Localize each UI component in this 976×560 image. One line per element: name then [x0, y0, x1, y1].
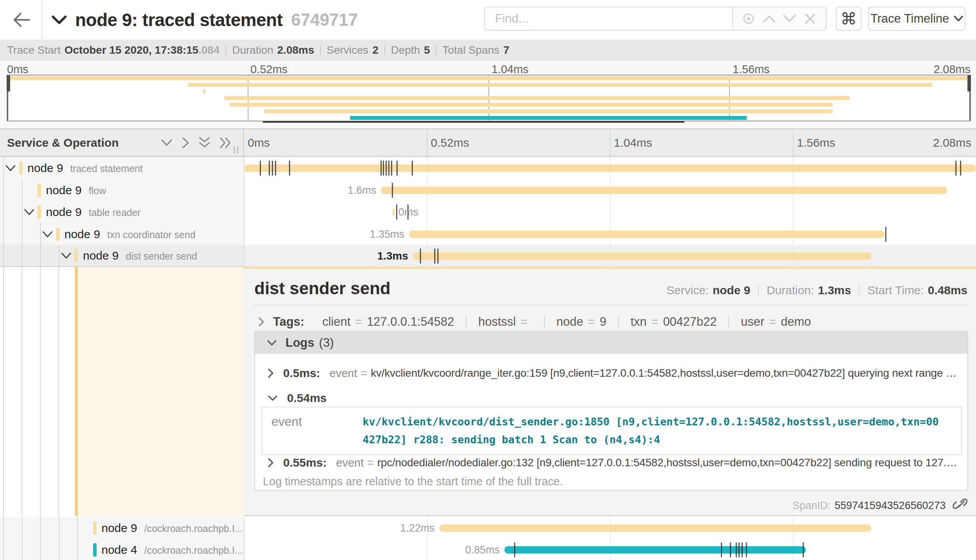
span-name-cell[interactable]: node 9dist sender send	[0, 245, 244, 267]
span-log-tick	[289, 161, 290, 176]
minimap-canvas[interactable]	[7, 75, 971, 121]
span-duration-bar[interactable]	[413, 252, 871, 260]
divider	[384, 45, 385, 56]
divider	[544, 316, 545, 328]
span-timeline-cell[interactable]: 0.85ms	[244, 539, 976, 560]
span-duration-bar[interactable]	[409, 230, 884, 238]
minimap-span-bar	[230, 103, 833, 107]
span-duration-bar[interactable]	[393, 208, 395, 216]
clear-find-icon[interactable]	[802, 10, 819, 27]
span-duration-label: 0.85ms	[465, 544, 500, 556]
span-name: node 9table reader	[46, 205, 141, 219]
span-collapse-chevron-icon[interactable]	[24, 209, 35, 216]
tags-row[interactable]: Tags: client=127.0.0.1:54582hostssl=node…	[254, 311, 967, 332]
span-timeline-cell[interactable]: 1.22ms	[244, 517, 976, 539]
collapse-trace-chevron-icon[interactable]	[52, 15, 67, 25]
span-collapse-chevron-icon[interactable]	[42, 231, 53, 238]
span-operation-name: /cockroach.roachpb.I...	[144, 523, 243, 534]
tag-value: 9	[600, 315, 606, 329]
span-row-flow[interactable]: node 9flow1.6ms	[0, 179, 976, 201]
focus-match-icon[interactable]	[740, 10, 757, 27]
span-detail-left-fill	[78, 267, 244, 516]
keyboard-shortcuts-button[interactable]: ⌘	[836, 7, 861, 31]
viewport-right-scrubber[interactable]	[967, 75, 971, 91]
span-name: node 4/cockroach.roachpb.I...	[102, 543, 243, 556]
timeline-header: Service & Operation 0ms 0.52ms	[0, 128, 976, 157]
span-log-tick	[514, 542, 515, 557]
span-duration-bar[interactable]	[439, 524, 871, 532]
span-row-table-reader[interactable]: node 9table reader0ms	[0, 201, 976, 223]
timeline-gridline	[427, 539, 428, 560]
view-options-button[interactable]: Trace Timeline	[868, 7, 965, 31]
log-kv-table: event kv/kvclient/kvcoord/dist_sender.go…	[261, 407, 962, 455]
span-name-cell[interactable]: node 4/cockroach.roachpb.I...	[0, 539, 244, 560]
span-log-tick	[396, 205, 397, 219]
expand-one-icon[interactable]	[182, 137, 189, 149]
span-name-cell[interactable]: node 9table reader	[0, 201, 244, 223]
duration-label: Duration:	[766, 284, 814, 297]
viewport-left-scrubber[interactable]	[7, 75, 10, 91]
span-row-txn-coordinator-send[interactable]: node 9txn coordinator send1.35ms	[0, 223, 976, 245]
chevron-down-icon	[954, 16, 963, 22]
collapse-all-icon[interactable]	[199, 137, 210, 149]
span-name: node 9flow	[46, 184, 106, 197]
log-field-key: event	[329, 367, 357, 380]
divider	[618, 316, 619, 328]
span-name-cell[interactable]: node 9/cockroach.roachpb.I...	[0, 517, 244, 539]
timeline-tick-label: 0ms	[248, 136, 270, 149]
span-name-cell[interactable]: node 9txn coordinator send	[0, 223, 244, 245]
find-input[interactable]	[484, 7, 732, 31]
link-icon[interactable]	[953, 498, 967, 513]
span-detail-accent[interactable]	[75, 267, 78, 516]
span-detail-indent	[0, 267, 244, 516]
span-collapse-chevron-icon[interactable]	[5, 165, 16, 172]
logs-header[interactable]: Logs (3)	[255, 332, 967, 354]
span-name-cell[interactable]: node 9traced statement	[0, 157, 244, 179]
span-timeline-cell[interactable]: 0ms	[244, 201, 976, 223]
depth-label: Depth	[391, 44, 420, 56]
span-duration-label: 1.22ms	[400, 522, 435, 534]
prev-match-icon[interactable]	[761, 10, 778, 27]
tag-value: demo	[781, 315, 811, 329]
span-service-name: node 9	[28, 162, 63, 175]
column-resize-grip[interactable]	[234, 146, 238, 154]
span-timeline-cell[interactable]: 1.3ms	[244, 245, 976, 267]
log-field-value: rpc/nodedialer/nodedialer.go:132 [n9,cli…	[377, 456, 957, 469]
span-row-traced-statement[interactable]: node 9traced statement	[0, 157, 976, 179]
logs-section: Logs (3) 0.5ms: event = kv/kvclient/kvco…	[254, 331, 968, 491]
log-row-1[interactable]: 0.5ms: event = kv/kvclient/kvcoord/range…	[255, 362, 967, 384]
span-operation-name: /cockroach.roachpb.I...	[144, 545, 243, 556]
back-button[interactable]	[0, 0, 42, 40]
span-row-node9-rpc[interactable]: node 9/cockroach.roachpb.I...1.22ms	[0, 517, 976, 539]
span-name-cell[interactable]: node 9flow	[0, 179, 244, 201]
span-rows: node 9traced statement node 9flow1.6ms n…	[0, 157, 976, 560]
log-row-3[interactable]: 0.55ms: event = rpc/nodedialer/nodediale…	[255, 452, 967, 474]
span-collapse-chevron-icon[interactable]	[61, 252, 72, 259]
span-name: node 9/cockroach.roachpb.I...	[102, 521, 243, 535]
span-duration-bar[interactable]	[244, 164, 976, 172]
span-timeline-cell[interactable]	[244, 157, 976, 179]
log-row-2[interactable]: 0.54ms	[255, 387, 967, 409]
expand-all-icon[interactable]	[220, 137, 232, 149]
span-row-node4-rpc[interactable]: node 4/cockroach.roachpb.I...0.85ms	[0, 539, 976, 560]
span-log-tick	[260, 161, 261, 176]
span-duration-bar[interactable]	[504, 546, 806, 553]
chevron-down-icon	[268, 395, 278, 401]
tags-label: Tags:	[273, 315, 304, 329]
span-log-tick	[275, 161, 276, 176]
indent-guide	[40, 245, 41, 266]
span-duration-bar[interactable]	[381, 186, 947, 194]
next-match-icon[interactable]	[781, 10, 798, 27]
trace-id: 6749717	[291, 10, 358, 30]
kv-value: kv/kvclient/kvcoord/dist_sender.go:1850 …	[363, 413, 942, 449]
collapse-one-icon[interactable]	[161, 139, 173, 146]
span-name: node 9traced statement	[28, 162, 143, 175]
trace-start-label: Trace Start	[7, 44, 60, 56]
span-timeline-cell[interactable]: 1.35ms	[244, 223, 976, 245]
span-row-dist-sender-send[interactable]: node 9dist sender send1.3ms	[0, 245, 976, 267]
minimap-span-bar	[188, 83, 932, 87]
indent-guide	[22, 179, 23, 201]
span-timeline-cell[interactable]: 1.6ms	[244, 179, 976, 201]
chevron-right-icon	[258, 317, 264, 327]
services-label: Services	[327, 44, 368, 56]
